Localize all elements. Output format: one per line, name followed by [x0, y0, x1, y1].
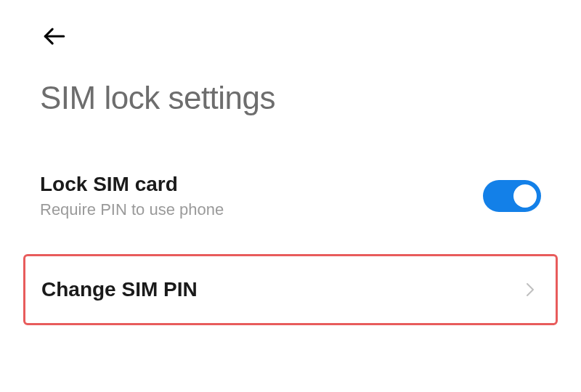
lock-sim-row[interactable]: Lock SIM card Require PIN to use phone — [0, 160, 581, 241]
header — [0, 0, 581, 51]
change-sim-pin-row[interactable]: Change SIM PIN — [23, 254, 558, 325]
back-button[interactable] — [40, 22, 69, 51]
lock-sim-text: Lock SIM card Require PIN to use phone — [40, 173, 224, 219]
page-title: SIM lock settings — [0, 51, 581, 160]
chevron-right-icon — [522, 281, 540, 298]
arrow-left-icon — [42, 24, 67, 49]
lock-sim-description: Require PIN to use phone — [40, 200, 224, 219]
toggle-knob — [513, 184, 537, 208]
lock-sim-label: Lock SIM card — [40, 173, 224, 196]
change-sim-pin-label: Change SIM PIN — [41, 278, 198, 301]
lock-sim-toggle[interactable] — [483, 180, 541, 212]
